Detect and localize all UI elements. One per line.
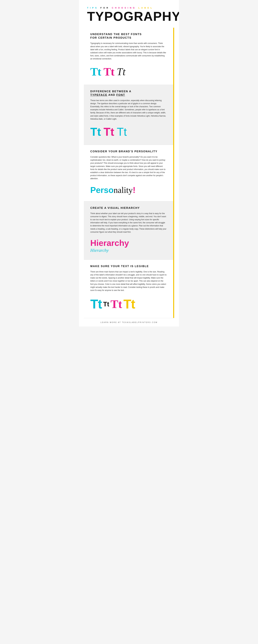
leg-tt-cyan-big: Tt <box>90 297 102 312</box>
hierarchy-small-text: Hierarchy <box>90 248 167 253</box>
section2-body: These two terms are often used in conjun… <box>90 99 167 120</box>
section-typeface-font: DIFFERENCE BETWEEN A TYPEFACE AND FONT T… <box>84 85 173 145</box>
subtitle-choosing: CHOOSING <box>112 6 136 9</box>
leg-tt-black-small: Tt <box>103 300 109 308</box>
leg-tt-yellow-big: Tt <box>123 297 135 312</box>
section1-font-demo: Tt Tt Tt <box>90 64 167 80</box>
subtitle-tips: TIPS <box>87 6 98 9</box>
section1-body: Typography is necessary for communicatin… <box>90 42 167 60</box>
page-wrapper: TIPS FOR CHOOSING LABEL TYPOGRAPHY UNDER… <box>79 0 179 326</box>
tt-pink-rounded-icon: Tt <box>103 126 114 138</box>
section5-heading: MAKE SURE YOUR TEXT IS LEGIBLE <box>90 264 167 268</box>
header: TIPS FOR CHOOSING LABEL TYPOGRAPHY <box>79 0 179 28</box>
tt-cyan-sans-icon: Tt <box>90 126 101 138</box>
section1-heading: UNDERSTAND THE BEST FONTSFOR CERTAIN PRO… <box>90 32 167 40</box>
tt-pink-icon: Tt <box>103 65 114 78</box>
tt-black-serif-icon: Tt <box>117 66 125 78</box>
footer-text: LEARN MORE AT TEXASLABELPRINTERS.COM <box>100 321 158 323</box>
section2-heading: DIFFERENCE BETWEEN A TYPEFACE AND FONT <box>90 90 167 97</box>
section4-hierarchy-demo: Hierarchy Hierarchy <box>90 237 167 255</box>
footer: LEARN MORE AT TEXASLABELPRINTERS.COM <box>84 318 174 326</box>
section-legibility: MAKE SURE YOUR TEXT IS LEGIBLE There are… <box>84 260 173 318</box>
tt-cyan-icon: Tt <box>90 65 101 78</box>
section4-body: Think about whether your label can tell … <box>90 212 167 234</box>
section5-body: There are three main factors that can im… <box>90 270 167 292</box>
section-brand-personality: CONSIDER YOUR BRAND'S PERSONALITY Consid… <box>84 145 173 201</box>
page-title: TYPOGRAPHY <box>87 10 171 23</box>
section-visual-hierarchy: CREATE A VISUAL HIERARCHY Think about wh… <box>84 201 173 260</box>
hierarchy-big-text: Hierarchy <box>90 238 167 248</box>
section3-personality-demo: Perso nalit y ! <box>90 184 167 196</box>
section5-legibility-demo: Tt Tt Tt Tt <box>90 295 167 313</box>
subtitle-label: LABEL <box>138 6 153 9</box>
section3-body: Consider questions like: What is your br… <box>90 156 167 180</box>
leg-tt-pink-medium: Tt <box>110 298 122 311</box>
p-cyan-text: Perso <box>90 185 114 195</box>
p-pink-exclaim: ! <box>133 185 136 195</box>
section-understand-fonts: UNDERSTAND THE BEST FONTSFOR CERTAIN PRO… <box>84 28 173 84</box>
personality-text: Perso nalit y ! <box>90 185 167 195</box>
header-subtitle: TIPS FOR CHOOSING LABEL <box>87 6 171 9</box>
p-black-y: y <box>128 185 133 195</box>
section4-heading: CREATE A VISUAL HIERARCHY <box>90 206 167 210</box>
section3-heading: CONSIDER YOUR BRAND'S PERSONALITY <box>90 150 167 153</box>
section2-font-demo: Tt Tt Tt <box>90 124 167 140</box>
p-black-text: nalit <box>114 185 128 195</box>
subtitle-for: FOR <box>100 6 112 9</box>
sections-wrapper: UNDERSTAND THE BEST FONTSFOR CERTAIN PRO… <box>84 28 174 318</box>
tt-cyan-thin-icon: Tt <box>117 126 127 138</box>
